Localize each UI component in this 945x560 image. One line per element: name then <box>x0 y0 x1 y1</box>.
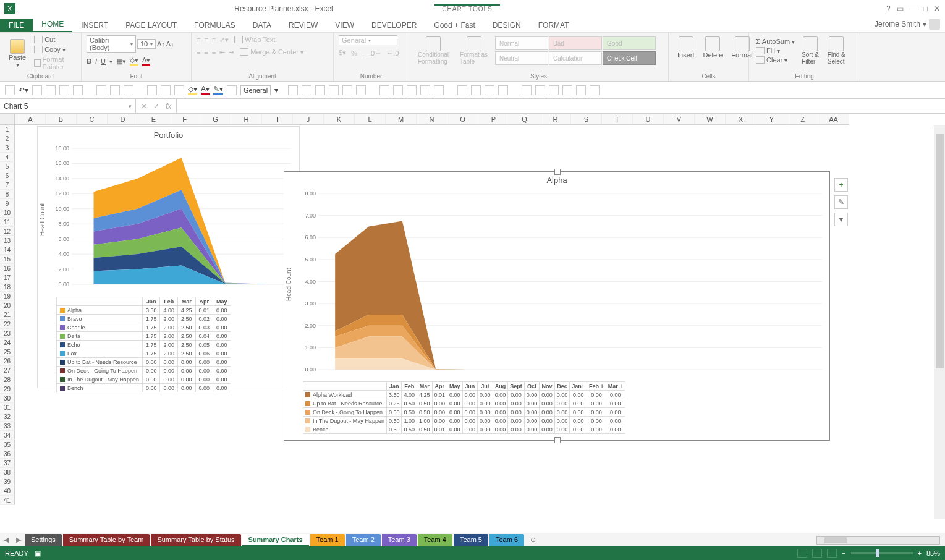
align-top-icon[interactable]: ≡ <box>197 36 200 43</box>
scrollbar-thumb[interactable] <box>936 134 944 368</box>
qat-icon[interactable] <box>124 85 133 95</box>
save-icon[interactable] <box>5 85 15 95</box>
select-all-corner[interactable] <box>0 114 15 125</box>
new-sheet-button[interactable]: ⊕ <box>525 536 541 544</box>
indent-inc-icon[interactable]: ⇥ <box>229 48 234 56</box>
delete-cells-button[interactable]: Delete <box>700 35 727 60</box>
style-normal[interactable]: Normal <box>495 36 548 50</box>
zoom-level[interactable]: 85% <box>926 549 940 557</box>
tab-goodfast[interactable]: Good + Fast <box>425 19 483 32</box>
decrease-decimal-icon[interactable]: ←.0 <box>386 49 399 57</box>
sheet-nav-next[interactable]: ▶ <box>12 536 25 544</box>
border-button[interactable]: ▦▾ <box>116 57 126 66</box>
qat-icon[interactable] <box>342 85 352 95</box>
qat-icon[interactable] <box>522 85 532 95</box>
tab-data[interactable]: DATA <box>244 19 280 32</box>
maximize-icon[interactable]: □ <box>923 4 928 13</box>
font-name-combo[interactable]: Calibri (Body) <box>87 35 136 53</box>
font-size-combo[interactable]: 10 <box>137 39 156 49</box>
fill-button[interactable]: Fill▾ <box>754 46 797 55</box>
file-tab[interactable]: FILE <box>0 19 33 32</box>
find-select-button[interactable]: Find & Select <box>824 35 849 66</box>
tab-insert[interactable]: INSERT <box>72 19 117 32</box>
qat-icon[interactable] <box>471 85 481 95</box>
qat-icon[interactable] <box>407 85 417 95</box>
decrease-font-icon[interactable]: A↓ <box>166 40 174 48</box>
vertical-scrollbar[interactable] <box>934 125 945 519</box>
clear-button[interactable]: Clear▾ <box>754 56 797 64</box>
sheet-tab[interactable]: Summary Charts <box>242 534 309 546</box>
worksheet-grid[interactable]: ABCDEFGHIJKLMNOPQRSTUVWXYZAA 12345678910… <box>0 114 945 519</box>
fx-icon[interactable]: fx <box>166 102 171 111</box>
qat-icon[interactable] <box>590 85 600 95</box>
sheet-tab[interactable]: Team 5 <box>454 534 488 546</box>
style-calculation[interactable]: Calculation <box>549 51 602 65</box>
qat-icon[interactable] <box>96 85 106 95</box>
number-format-combo[interactable]: General <box>339 35 397 45</box>
align-right-icon[interactable]: ≡ <box>212 48 216 56</box>
sheet-nav-prev[interactable]: ◀ <box>0 536 12 544</box>
paste-button[interactable]: Paste▾ <box>5 38 30 69</box>
qat-icon[interactable] <box>315 85 325 95</box>
tab-formulas[interactable]: FORMULAS <box>185 19 244 32</box>
qat-icon[interactable] <box>227 85 237 95</box>
qat-icon[interactable] <box>420 85 430 95</box>
tab-design[interactable]: DESIGN <box>484 19 530 32</box>
qat-icon[interactable] <box>498 85 508 95</box>
conditional-formatting-button[interactable]: Conditional Formatting <box>414 35 452 66</box>
sheet-tab[interactable]: Summary Table by Status <box>151 534 240 546</box>
underline-button[interactable]: U <box>101 57 106 65</box>
qat-icon[interactable] <box>434 85 444 95</box>
tab-developer[interactable]: DEVELOPER <box>363 19 425 32</box>
style-check-cell[interactable]: Check Cell <box>603 51 656 65</box>
fill-color-qat-icon[interactable]: ◇▾ <box>188 85 197 95</box>
qat-icon[interactable] <box>46 85 56 95</box>
account-menu[interactable]: Jerome Smith▾ <box>870 16 945 32</box>
orientation-icon[interactable]: ⤢▾ <box>219 36 229 44</box>
autosum-button[interactable]: ΣAutoSum▾ <box>754 37 797 46</box>
zoom-in-button[interactable]: + <box>918 549 922 557</box>
qat-icon[interactable] <box>393 85 403 95</box>
sheet-tab[interactable]: Team 1 <box>310 534 345 546</box>
qat-icon[interactable] <box>457 85 467 95</box>
align-middle-icon[interactable]: ≡ <box>204 36 208 43</box>
zoom-slider[interactable] <box>851 552 913 554</box>
style-good[interactable]: Good <box>603 36 656 50</box>
qat-icon[interactable] <box>562 85 572 95</box>
horizontal-scrollbar[interactable] <box>816 536 940 545</box>
sheet-tab[interactable]: Settings <box>25 534 62 546</box>
italic-button[interactable]: I <box>95 57 97 65</box>
style-neutral[interactable]: Neutral <box>495 51 548 65</box>
zoom-out-button[interactable]: − <box>842 549 845 557</box>
chart-portfolio[interactable]: Portfolio Head Count 0.002.004.006.008.0… <box>37 126 300 388</box>
qat-icon[interactable] <box>59 85 69 95</box>
number-format-qat[interactable]: General <box>240 85 271 95</box>
increase-decimal-icon[interactable]: .0→ <box>369 49 381 57</box>
chart-filters-button[interactable]: ▼ <box>834 213 848 226</box>
qat-icon[interactable] <box>32 85 42 95</box>
wrap-text-button[interactable]: Wrap Text <box>232 35 277 44</box>
insert-cells-button[interactable]: Insert <box>674 35 698 60</box>
page-layout-view-icon[interactable] <box>812 549 822 558</box>
tab-page-layout[interactable]: PAGE LAYOUT <box>117 19 185 32</box>
normal-view-icon[interactable] <box>797 549 807 558</box>
chart-styles-button[interactable]: ✎ <box>834 195 848 209</box>
border-qat-icon[interactable]: ✎▾ <box>213 85 223 95</box>
qat-icon[interactable] <box>73 85 83 95</box>
qat-icon[interactable] <box>174 85 184 95</box>
qat-icon[interactable] <box>110 85 120 95</box>
help-icon[interactable]: ? <box>886 4 891 13</box>
sort-filter-button[interactable]: Sort & Filter <box>798 35 823 66</box>
qat-icon[interactable] <box>356 85 366 95</box>
name-box[interactable]: Chart 5 <box>0 99 136 113</box>
minimize-icon[interactable]: — <box>910 4 917 13</box>
chart-alpha[interactable]: + ✎ ▼ Alpha Head Count 0.001.002.003.004… <box>284 171 830 441</box>
qat-icon[interactable] <box>147 85 157 95</box>
indent-dec-icon[interactable]: ⇤ <box>219 48 225 56</box>
font-color-qat-icon[interactable]: A▾ <box>201 85 210 95</box>
align-bottom-icon[interactable]: ≡ <box>212 36 216 43</box>
qat-icon[interactable] <box>379 85 389 95</box>
column-headers[interactable]: ABCDEFGHIJKLMNOPQRSTUVWXYZAA <box>15 114 934 125</box>
page-break-view-icon[interactable] <box>827 549 837 558</box>
row-headers[interactable]: 1234567891011121314151617181920212223242… <box>0 125 15 519</box>
